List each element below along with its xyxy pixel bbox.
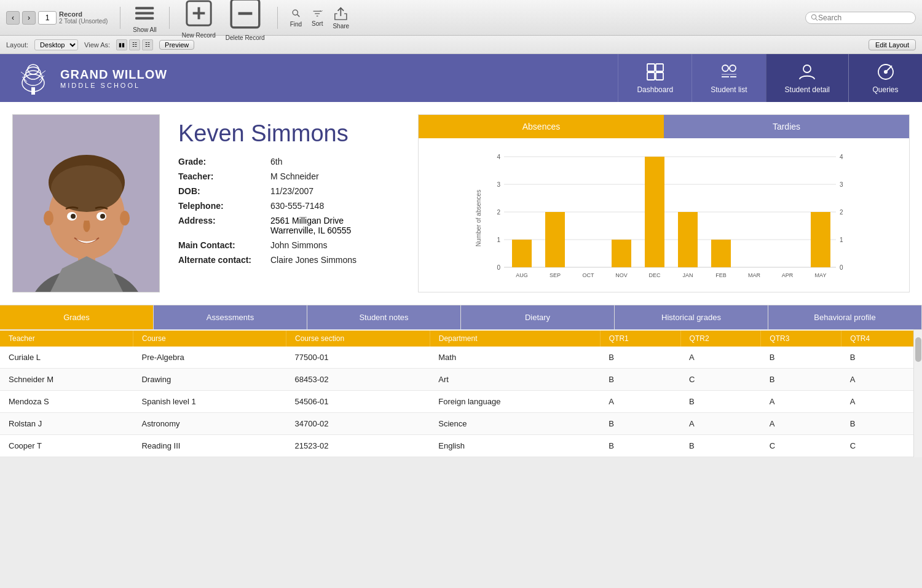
address2: Warrenville, IL 60555	[270, 225, 400, 235]
table-cell: B	[680, 391, 761, 413]
record-number-input[interactable]	[38, 11, 57, 25]
scrollbar-thumb[interactable]	[915, 337, 921, 362]
next-record-button[interactable]: ›	[22, 11, 36, 25]
main-toolbar: ‹ › Record 2 Total (Unsorted) Show All N…	[0, 0, 922, 36]
col-dept: Department	[430, 331, 600, 347]
chart-tab-absences[interactable]: Absences	[419, 115, 664, 138]
nav-tab-dashboard[interactable]: Dashboard	[618, 54, 692, 102]
table-cell: A	[680, 347, 761, 369]
dob-value: 11/23/2007	[270, 186, 400, 196]
app-header: GRAND WILLOW MIDDLE SCHOOL Dashboard	[0, 54, 922, 102]
table-cell: B	[761, 369, 841, 391]
search-input[interactable]	[818, 14, 910, 22]
table-cell: Curiale L	[0, 347, 133, 369]
table-cell: 77500-01	[286, 347, 430, 369]
chart-tabs: Absences Tardies	[419, 115, 909, 138]
col-qtr2: QTR2	[680, 331, 761, 347]
share-group[interactable]: Share	[333, 6, 349, 30]
tab-behavioral-profile[interactable]: Behavioral profile	[768, 305, 922, 329]
table-cell: Schneider M	[0, 369, 133, 391]
svg-point-13	[811, 15, 816, 19]
new-record-icon	[182, 0, 216, 31]
nav-tab-student-detail[interactable]: Student detail	[766, 54, 848, 102]
svg-rect-0	[135, 7, 154, 9]
main-content: Keven Simmons Grade: 6th Teacher: M Schn…	[0, 102, 922, 457]
svg-line-23	[41, 71, 45, 74]
svg-rect-67	[612, 240, 631, 267]
svg-text:4: 4	[497, 154, 500, 160]
sort-group[interactable]: Sort	[312, 8, 323, 27]
show-all-group: Show All	[133, 2, 156, 33]
student-info: Keven Simmons Grade: 6th Teacher: M Schn…	[178, 114, 400, 292]
main-contact-label: Main Contact:	[178, 240, 264, 250]
svg-text:1: 1	[840, 237, 843, 243]
chart-area: Absences Tardies Number of absences 4 3	[418, 114, 910, 292]
svg-text:3: 3	[497, 181, 500, 188]
student-list-icon	[719, 62, 739, 82]
svg-text:OCT: OCT	[583, 272, 595, 278]
bottom-tabs: Grades Assessments Student notes Dietary…	[0, 305, 922, 329]
delete-record-group[interactable]: Delete Record	[226, 0, 265, 41]
table-cell: A	[841, 369, 922, 391]
grade-table: Teacher Course Course section Department…	[0, 330, 922, 457]
chart-tab-tardies[interactable]: Tardies	[664, 115, 909, 138]
table-cell: 34700-02	[286, 413, 430, 435]
new-record-group[interactable]: New Record	[182, 0, 216, 39]
table-cell: Art	[430, 369, 600, 391]
col-qtr1: QTR1	[600, 331, 680, 347]
tab-student-notes[interactable]: Student notes	[307, 305, 461, 329]
table-cell: Rolstan J	[0, 413, 133, 435]
svg-text:4: 4	[840, 154, 843, 160]
table-cell: B	[680, 435, 761, 457]
table-cell: C	[841, 435, 922, 457]
tab-historical-grades[interactable]: Historical grades	[615, 305, 768, 329]
svg-text:SEP: SEP	[550, 272, 561, 278]
address-label: Address:	[178, 216, 264, 235]
delete-record-icon	[226, 0, 265, 33]
sep2	[169, 7, 170, 29]
sort-label: Sort	[312, 20, 323, 27]
find-label: Find	[290, 21, 302, 28]
scrollbar[interactable]	[913, 330, 922, 457]
svg-point-46	[100, 214, 105, 219]
layout-select[interactable]: Desktop	[34, 39, 78, 50]
nav-tab-queries[interactable]: Queries	[848, 54, 922, 102]
svg-rect-66	[545, 212, 565, 267]
telephone-value: 630-555-7148	[270, 201, 400, 211]
svg-text:NOV: NOV	[615, 272, 628, 278]
prev-record-button[interactable]: ‹	[6, 11, 20, 25]
sep1	[120, 7, 120, 29]
grade-value: 6th	[270, 157, 400, 167]
table-cell: Mendoza S	[0, 391, 133, 413]
address-values: 2561 Milligan Drive Warrenville, IL 6055…	[270, 216, 400, 235]
table-cell: C	[761, 435, 841, 457]
svg-rect-27	[656, 73, 663, 80]
svg-point-48	[120, 211, 130, 225]
teacher-label: Teacher:	[178, 171, 264, 181]
view-icon-list[interactable]: ☷	[129, 39, 140, 50]
svg-text:FEB: FEB	[715, 272, 727, 278]
nav-tab-student-list[interactable]: Student list	[692, 54, 765, 102]
find-group[interactable]: Find	[290, 7, 302, 27]
svg-text:0: 0	[840, 264, 843, 271]
search-box[interactable]	[805, 12, 916, 24]
grade-table-header-row: Teacher Course Course section Department…	[0, 331, 922, 347]
view-icon-table[interactable]: ☷	[142, 39, 153, 50]
show-all-icon	[133, 2, 156, 25]
edit-layout-button[interactable]: Edit Layout	[869, 39, 916, 50]
alt-contact-label: Alternate contact:	[178, 255, 264, 265]
tab-grades[interactable]: Grades	[0, 305, 154, 329]
tab-dietary[interactable]: Dietary	[461, 305, 615, 329]
dashboard-icon	[645, 62, 665, 82]
table-cell: Spanish level 1	[133, 391, 286, 413]
table-row: Curiale LPre-Algebra77500-01MathBABB	[0, 347, 922, 369]
table-cell: A	[841, 391, 922, 413]
tab-assessments[interactable]: Assessments	[154, 305, 307, 329]
svg-line-9	[297, 15, 299, 17]
svg-text:DEC: DEC	[648, 272, 661, 278]
svg-rect-69	[678, 212, 698, 267]
svg-text:MAR: MAR	[748, 272, 761, 278]
view-icon-form[interactable]: ▮▮	[116, 39, 127, 50]
svg-text:MAY: MAY	[815, 272, 827, 278]
preview-button[interactable]: Preview	[159, 40, 194, 50]
